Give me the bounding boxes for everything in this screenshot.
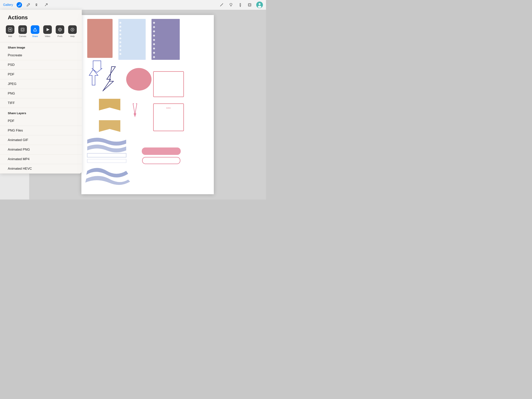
add-label: Add bbox=[8, 35, 12, 37]
svg-marker-33 bbox=[133, 113, 136, 117]
svg-text:?: ? bbox=[72, 28, 73, 31]
share-image-heading: Share Image bbox=[0, 42, 82, 51]
svg-point-9 bbox=[258, 6, 261, 8]
menu-item-animated-gif[interactable]: Animated GIF bbox=[0, 135, 82, 145]
script-icon[interactable] bbox=[34, 2, 40, 8]
menu-item-pdf-layers[interactable]: PDF bbox=[0, 116, 82, 126]
actions-panel: Actions Add Canvas bbox=[0, 10, 82, 174]
menu-item-psd[interactable]: PSD bbox=[0, 60, 82, 70]
svg-point-0 bbox=[18, 6, 19, 6]
video-icon-box bbox=[43, 25, 52, 34]
svg-point-15 bbox=[119, 33, 121, 35]
svg-text:notes: notes bbox=[166, 107, 171, 109]
svg-point-23 bbox=[153, 26, 155, 28]
svg-point-19 bbox=[119, 49, 121, 51]
svg-line-3 bbox=[222, 4, 223, 4]
actions-title: Actions bbox=[0, 10, 82, 24]
menu-item-jpeg[interactable]: JPEG bbox=[0, 79, 82, 89]
svg-point-8 bbox=[259, 3, 260, 5]
ink-tool-icon[interactable] bbox=[228, 2, 234, 8]
help-icon-box: ? bbox=[68, 25, 77, 34]
menu-item-pdf-image[interactable]: PDF bbox=[0, 70, 82, 79]
svg-rect-6 bbox=[249, 4, 250, 6]
svg-point-20 bbox=[119, 53, 121, 55]
layers-icon[interactable] bbox=[247, 2, 252, 8]
action-icons-row: Add Canvas Share bbox=[0, 24, 82, 42]
canvas-label: Canvas bbox=[19, 35, 26, 37]
svg-rect-11 bbox=[118, 19, 146, 60]
action-add-button[interactable]: Add bbox=[4, 24, 16, 39]
share-label: Share bbox=[32, 35, 38, 37]
svg-rect-4 bbox=[240, 3, 241, 6]
action-share-button[interactable]: Share bbox=[29, 24, 41, 39]
svg-point-24 bbox=[153, 30, 155, 32]
svg-point-17 bbox=[119, 41, 121, 43]
gallery-button[interactable]: Gallery bbox=[3, 3, 13, 7]
svg-rect-32 bbox=[153, 71, 184, 97]
add-icon-box bbox=[6, 25, 14, 34]
svg-point-12 bbox=[119, 22, 121, 24]
toolbar-left: Gallery bbox=[3, 2, 49, 8]
svg-point-30 bbox=[153, 56, 155, 58]
svg-point-28 bbox=[153, 48, 155, 50]
action-prefs-button[interactable]: Prefs bbox=[54, 24, 66, 39]
pen-tool-icon[interactable] bbox=[219, 2, 224, 8]
svg-rect-5 bbox=[248, 4, 251, 6]
prefs-label: Prefs bbox=[57, 35, 63, 37]
menu-item-png-files[interactable]: PNG Files bbox=[0, 126, 82, 135]
svg-rect-41 bbox=[21, 28, 24, 31]
toolbar-right bbox=[219, 1, 263, 8]
pencil-tool-icon[interactable] bbox=[238, 2, 243, 8]
menu-item-animated-png[interactable]: Animated PNG bbox=[0, 145, 82, 154]
svg-point-22 bbox=[153, 22, 155, 24]
svg-point-26 bbox=[153, 39, 155, 41]
svg-point-29 bbox=[153, 52, 155, 54]
menu-item-animated-hevc[interactable]: Animated HEVC bbox=[0, 164, 82, 174]
menu-item-procreate[interactable]: Procreate bbox=[0, 51, 82, 60]
svg-rect-37 bbox=[142, 157, 180, 164]
svg-rect-42 bbox=[22, 29, 23, 30]
menu-item-tiff[interactable]: TIFF bbox=[0, 98, 82, 108]
menu-item-png[interactable]: PNG bbox=[0, 89, 82, 98]
svg-point-31 bbox=[126, 68, 152, 90]
svg-line-1 bbox=[45, 4, 47, 6]
action-video-button[interactable]: Video bbox=[41, 24, 54, 39]
arrow-icon[interactable] bbox=[44, 2, 49, 8]
action-help-button[interactable]: ? Help bbox=[66, 24, 79, 39]
svg-rect-10 bbox=[87, 19, 113, 58]
help-label: Help bbox=[70, 35, 75, 37]
avatar[interactable] bbox=[256, 1, 263, 8]
action-canvas-button[interactable]: Canvas bbox=[16, 24, 29, 39]
svg-line-2 bbox=[220, 4, 223, 6]
svg-marker-44 bbox=[47, 28, 49, 31]
svg-point-14 bbox=[119, 30, 121, 32]
canvas-icon-box bbox=[18, 25, 27, 34]
svg-rect-36 bbox=[142, 148, 181, 155]
share-layers-heading: Share Layers bbox=[0, 108, 82, 116]
svg-rect-21 bbox=[152, 19, 180, 60]
svg-point-13 bbox=[119, 26, 121, 28]
share-icon-box bbox=[31, 25, 39, 34]
svg-point-25 bbox=[153, 35, 155, 37]
video-label: Video bbox=[45, 35, 50, 37]
svg-point-18 bbox=[119, 45, 121, 47]
svg-point-27 bbox=[153, 43, 155, 45]
toolbar: Gallery bbox=[0, 0, 266, 10]
wrench-icon[interactable] bbox=[17, 2, 22, 8]
prefs-icon-box bbox=[56, 25, 64, 34]
modify-icon[interactable] bbox=[25, 2, 31, 8]
menu-item-animated-mp4[interactable]: Animated MP4 bbox=[0, 154, 82, 164]
canvas-paper[interactable]: notes bbox=[81, 15, 214, 194]
svg-point-16 bbox=[119, 37, 121, 39]
